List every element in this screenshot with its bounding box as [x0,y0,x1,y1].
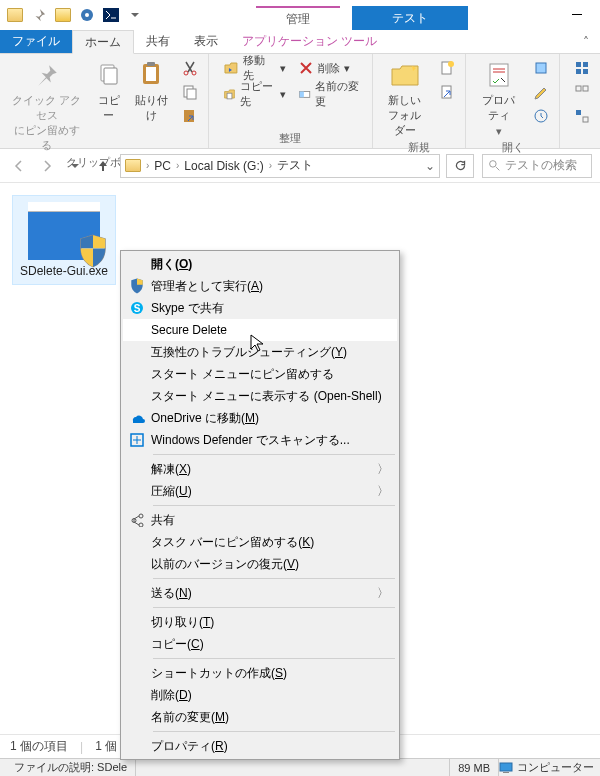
svg-text:S: S [134,303,141,314]
group-clipboard: クイック アクセス にピン留めする コピー 貼り付け クリップボード [0,54,209,148]
minimize-button[interactable] [562,1,592,29]
easy-access-icon[interactable] [435,81,459,103]
ctx-cut[interactable]: 切り取り(T) [123,611,397,633]
window-title: テスト [352,6,468,30]
ctx-pin-taskbar[interactable]: タスク バーにピン留めする(K) [123,531,397,553]
group-open: プロパティ▾ 開く [466,54,560,148]
edit-icon[interactable] [529,81,553,103]
ctx-defender[interactable]: Windows Defender でスキャンする... [123,429,397,451]
select-all-icon[interactable] [570,57,594,79]
breadcrumb-folder[interactable]: テスト [277,157,313,174]
ctx-delete[interactable]: 削除(D) [123,684,397,706]
ctx-run-admin[interactable]: 管理者として実行(A) [123,275,397,297]
svg-rect-27 [576,86,581,91]
tab-file[interactable]: ファイル [0,30,72,53]
qat-powershell-icon[interactable] [100,4,122,26]
copy-to-button[interactable]: コピー先 ▾ [219,83,290,105]
address-bar[interactable]: › PC › Local Disk (G:) › テスト ⌄ [120,154,440,178]
selected-count: 1 個 [95,738,117,755]
forward-button[interactable] [36,155,58,177]
ctx-copy[interactable]: コピー(C) [123,633,397,655]
ctx-shortcut[interactable]: ショートカットの作成(S) [123,662,397,684]
contextual-tab-manage[interactable]: 管理 [256,6,340,30]
ctx-extract[interactable]: 解凍(X)〉 [123,458,397,480]
ctx-send-to[interactable]: 送る(N)〉 [123,582,397,604]
copy-path-button[interactable] [178,81,202,103]
file-thumb-icon [28,202,100,260]
history-icon[interactable] [529,105,553,127]
ctx-properties[interactable]: プロパティ(R) [123,735,397,757]
ribbon-collapse-icon[interactable]: ˄ [572,30,600,53]
share-icon [130,513,144,527]
group-select [560,54,600,148]
new-folder-button[interactable]: 新しい フォルダー [379,57,432,140]
defender-icon [130,433,144,447]
svg-rect-25 [576,69,581,74]
context-menu: 開く(O) 管理者として実行(A) SSkype で共有 Secure Dele… [120,250,400,760]
cut-button[interactable] [178,57,202,79]
open-icon[interactable] [529,57,553,79]
invert-selection-icon[interactable] [570,105,594,127]
file-size: 89 MB [450,759,499,776]
ctx-prev-versions[interactable]: 以前のバージョンの復元(V) [123,553,397,575]
computer-icon [499,762,513,774]
ctx-rename[interactable]: 名前の変更(M) [123,706,397,728]
ctx-open[interactable]: 開く(O) [123,253,397,275]
separator [153,454,395,455]
rename-button[interactable]: 名前の変更 [294,83,366,105]
svg-rect-24 [583,62,588,67]
back-button[interactable] [8,155,30,177]
details-bar: ファイルの説明: SDele 89 MB コンピューター [0,758,600,776]
paste-shortcut-button[interactable] [178,105,202,127]
properties-button[interactable]: プロパティ▾ [472,57,525,140]
search-box[interactable]: テストの検索 [482,154,592,178]
chevron-icon[interactable]: › [143,160,152,171]
qat-properties-icon[interactable] [76,4,98,26]
address-dropdown-icon[interactable]: ⌄ [425,159,435,173]
chevron-icon[interactable]: › [266,160,275,171]
svg-rect-5 [104,68,117,84]
svg-point-18 [448,61,454,67]
tab-view[interactable]: 表示 [182,30,230,53]
select-none-icon[interactable] [570,81,594,103]
ctx-pin-start[interactable]: スタート メニューにピン留めする [123,363,397,385]
separator [153,578,395,579]
copy-button[interactable]: コピー [88,57,130,155]
ctx-show-start[interactable]: スタート メニューに表示する (Open-Shell) [123,385,397,407]
breadcrumb-disk[interactable]: Local Disk (G:) [184,159,263,173]
qat-new-folder-icon[interactable] [52,4,74,26]
uac-shield-icon [78,234,108,268]
quick-access-toolbar [0,4,146,26]
file-item[interactable]: SDelete-Gui.exe [12,195,116,285]
ctx-compat[interactable]: 互換性のトラブルシューティング(Y) [123,341,397,363]
qat-pin-icon[interactable] [28,4,50,26]
ctx-share[interactable]: 共有 [123,509,397,531]
chevron-icon[interactable]: › [173,160,182,171]
tab-home[interactable]: ホーム [72,30,134,54]
ctx-onedrive[interactable]: OneDrive に移動(M) [123,407,397,429]
recent-dropdown-icon[interactable] [64,155,86,177]
delete-button[interactable]: 削除 ▾ [294,57,366,79]
submenu-arrow-icon: 〉 [377,483,389,500]
ctx-skype[interactable]: SSkype で共有 [123,297,397,319]
pin-quick-access-button[interactable]: クイック アクセス にピン留めする [6,57,88,155]
tab-app-tools[interactable]: アプリケーション ツール [230,30,389,53]
item-count: 1 個の項目 [10,738,68,755]
up-button[interactable] [92,155,114,177]
tab-share[interactable]: 共有 [134,30,182,53]
qat-dropdown-icon[interactable] [124,4,146,26]
svg-rect-20 [490,64,508,86]
separator [153,731,395,732]
breadcrumb-pc[interactable]: PC [154,159,171,173]
ctx-secure-delete[interactable]: Secure Delete [123,319,397,341]
move-to-button[interactable]: 移動先 ▾ [219,57,290,79]
new-item-icon[interactable] [435,57,459,79]
paste-button[interactable]: 貼り付け [130,57,175,155]
ctx-compress[interactable]: 圧縮(U)〉 [123,480,397,502]
title-bar: 管理 テスト [0,0,600,30]
paste-label: 貼り付け [135,93,170,123]
svg-rect-12 [187,89,196,99]
pin-label: クイック アクセス にピン留めする [11,93,83,153]
refresh-button[interactable] [446,154,474,178]
svg-rect-26 [583,69,588,74]
